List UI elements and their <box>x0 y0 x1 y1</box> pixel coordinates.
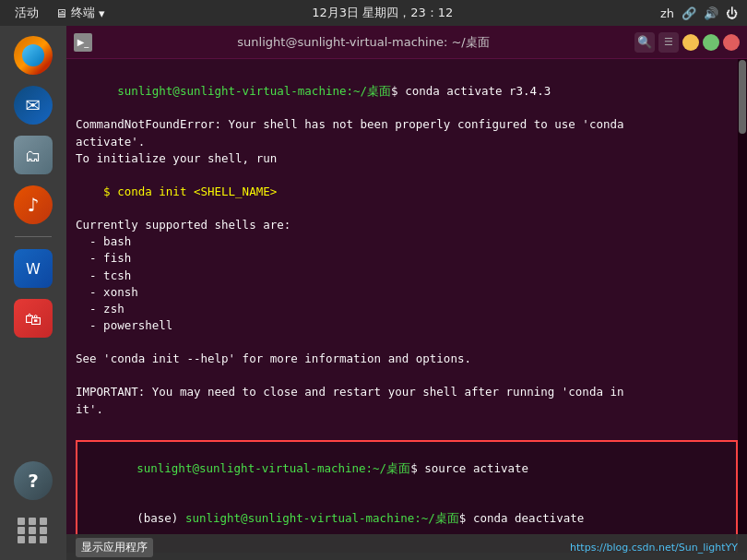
sound-icon[interactable]: 🔊 <box>704 6 718 20</box>
sidebar-item-app-grid[interactable] <box>11 508 55 553</box>
terminal-content[interactable]: sunlight@sunlight-virtual-machine:~/桌面$ … <box>66 59 747 553</box>
terminal-line-7 <box>76 200 738 217</box>
app-name: 终端 <box>71 5 95 21</box>
terminal-icon: 🖥 <box>55 6 67 20</box>
top-bar-center: 12月3日 星期四，23：12 <box>312 5 453 21</box>
sidebar-bottom: ? <box>11 459 55 553</box>
dropdown-arrow-icon: ▾ <box>99 6 105 20</box>
sidebar-item-software[interactable]: 🛍 <box>11 296 55 340</box>
terminal-line-18: IMPORTANT: You may need to close and res… <box>76 384 738 400</box>
terminal-line-2: CommandNotFoundError: Your shell has not… <box>76 116 738 133</box>
tooltip-bar: 显示应用程序 https://blog.csdn.net/Sun_lightYY <box>66 534 747 560</box>
minimize-button[interactable]: ─ <box>682 34 699 51</box>
menu-button[interactable]: ☰ <box>658 32 679 53</box>
terminal-line-13: - zsh <box>76 301 738 317</box>
terminal-line-16: See 'conda init --help' for more informa… <box>76 351 738 367</box>
terminal-title: sunlight@sunlight-virtual-machine: ~/桌面 <box>92 34 634 51</box>
terminal-line-12: - xonsh <box>76 284 738 301</box>
prompt-h2: sunlight@sunlight-virtual-machine:~/桌面 <box>185 511 459 525</box>
terminal-line-14: - powershell <box>76 317 738 334</box>
top-bar-right: zh 🔗 🔊 ⏻ <box>660 6 738 20</box>
sidebar-item-rhythmbox[interactable]: ♪ <box>11 183 55 227</box>
sidebar-item-writer[interactable]: W <box>11 246 55 291</box>
sidebar: ✉ 🗂 ♪ W 🛍 ? <box>0 26 66 560</box>
terminal-line-15 <box>76 334 738 351</box>
titlebar-left: ▶_ <box>74 33 92 52</box>
terminal-line-17 <box>76 367 738 384</box>
terminal-line-5 <box>76 167 738 184</box>
terminal-line-9: - bash <box>76 233 738 250</box>
maximize-button[interactable]: □ <box>703 34 719 51</box>
terminal-line-10: - fish <box>76 250 738 267</box>
tooltip-url[interactable]: https://blog.csdn.net/Sun_lightYY <box>570 542 738 554</box>
terminal-titlebar: ▶_ sunlight@sunlight-virtual-machine: ~/… <box>66 26 747 59</box>
terminal-line-11: - tcsh <box>76 268 738 284</box>
sidebar-item-files[interactable]: 🗂 <box>11 133 55 177</box>
top-bar: 活动 🖥 终端 ▾ 12月3日 星期四，23：12 zh 🔗 🔊 ⏻ <box>0 0 747 26</box>
scrollbar-thumb[interactable] <box>739 60 746 134</box>
prompt-1: sunlight@sunlight-virtual-machine:~/桌面 <box>117 84 391 98</box>
scrollbar[interactable] <box>738 59 747 553</box>
terminal-line-3: activate'. <box>76 134 738 150</box>
top-bar-left: 活动 🖥 终端 ▾ <box>9 3 105 23</box>
terminal-line-20 <box>76 418 738 435</box>
prompt-h1: sunlight@sunlight-virtual-machine:~/桌面 <box>136 461 410 475</box>
highlight-line-1: sunlight@sunlight-virtual-machine:~/桌面$ … <box>81 444 732 494</box>
sidebar-item-help[interactable]: ? <box>11 459 55 503</box>
app-menu[interactable]: 🖥 终端 ▾ <box>55 5 105 21</box>
terminal-line-4: To initialize your shell, run <box>76 150 738 167</box>
cmd-1: $ conda activate r3.4.3 <box>391 84 551 98</box>
power-icon[interactable]: ⏻ <box>726 6 738 20</box>
sidebar-item-thunderbird[interactable]: ✉ <box>11 83 55 127</box>
tooltip-app-label: 显示应用程序 <box>76 538 153 557</box>
network-icon[interactable]: 🔗 <box>682 6 696 20</box>
search-button[interactable]: 🔍 <box>634 32 655 53</box>
sidebar-divider <box>15 236 52 237</box>
language-indicator[interactable]: zh <box>660 6 674 20</box>
terminal-line-6: $ conda init <SHELL_NAME> <box>76 184 738 200</box>
cmd-h1: $ source activate <box>410 461 528 475</box>
sidebar-item-firefox[interactable] <box>11 33 55 77</box>
datetime-display: 12月3日 星期四，23：12 <box>312 5 453 21</box>
titlebar-controls: 🔍 ☰ ─ □ ✕ <box>634 32 740 53</box>
close-button[interactable]: ✕ <box>723 34 740 51</box>
terminal-line-19: it'. <box>76 401 738 418</box>
terminal-app-icon: ▶_ <box>74 33 92 52</box>
activities-button[interactable]: 活动 <box>9 3 44 23</box>
terminal-window: ▶_ sunlight@sunlight-virtual-machine: ~/… <box>66 26 747 553</box>
terminal-line-8: Currently supported shells are: <box>76 217 738 233</box>
terminal-line-1: sunlight@sunlight-virtual-machine:~/桌面$ … <box>76 66 738 116</box>
